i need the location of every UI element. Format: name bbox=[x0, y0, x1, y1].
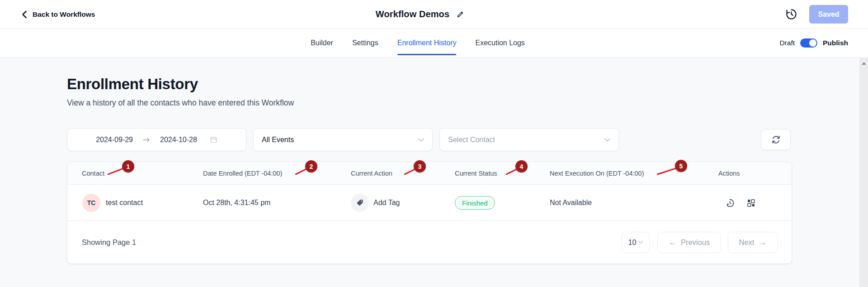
date-range-picker[interactable]: 2024-09-29 2024-10-28 bbox=[67, 128, 246, 151]
avatar: TC bbox=[82, 194, 100, 212]
page-size-value: 10 bbox=[628, 239, 637, 247]
chevron-down-icon bbox=[638, 241, 643, 244]
tab-bar: Builder Settings Enrollment History Exec… bbox=[0, 29, 868, 57]
row-history-icon bbox=[725, 198, 735, 208]
draft-label: Draft bbox=[779, 39, 795, 47]
contact-filter-select[interactable]: Select Contact bbox=[439, 128, 619, 151]
annotation-badge-1: 1 bbox=[122, 160, 134, 172]
showing-page-label: Showing Page 1 bbox=[82, 221, 136, 264]
publish-toggle[interactable] bbox=[800, 38, 817, 48]
scroll-up-arrow-icon[interactable] bbox=[862, 62, 866, 65]
publish-toggle-group: Draft Publish bbox=[779, 29, 848, 57]
annotation-badge-4: 4 bbox=[515, 160, 528, 172]
vertical-scrollbar[interactable] bbox=[859, 58, 868, 287]
back-chevron-icon bbox=[21, 10, 28, 19]
saved-button[interactable]: Saved bbox=[809, 5, 848, 24]
edit-pencil-icon bbox=[457, 10, 464, 18]
refresh-icon bbox=[770, 134, 782, 145]
annotation-badge-5: 5 bbox=[675, 160, 687, 172]
date-start-value[interactable]: 2024-09-29 bbox=[96, 136, 133, 144]
next-label: Next bbox=[739, 238, 755, 247]
tab-builder[interactable]: Builder bbox=[311, 29, 333, 57]
annotation-line-1 bbox=[107, 168, 123, 175]
column-header-current-status: Current Status bbox=[455, 162, 497, 185]
top-bar: Back to Workflows Workflow Demos Saved bbox=[0, 0, 868, 29]
previous-page-button[interactable]: ← Previous bbox=[657, 232, 721, 253]
tag-icon bbox=[356, 199, 364, 207]
annotation-line-2 bbox=[295, 168, 307, 175]
tab-enrollment-history[interactable]: Enrollment History bbox=[397, 29, 457, 57]
annotation-badge-2: 2 bbox=[305, 160, 317, 172]
tab-execution-logs[interactable]: Execution Logs bbox=[475, 29, 524, 57]
column-header-contact: Contact bbox=[82, 162, 104, 185]
row-workflow-button[interactable] bbox=[746, 185, 756, 221]
enrollment-table-card: Contact Date Enrolled (EDT -04:00) Curre… bbox=[67, 162, 792, 264]
current-status-cell: Finished bbox=[455, 185, 495, 221]
column-header-actions: Actions bbox=[718, 162, 740, 185]
workflow-title: Workflow Demos bbox=[376, 9, 449, 19]
contact-avatar: TC bbox=[82, 185, 100, 221]
tabs-group: Builder Settings Enrollment History Exec… bbox=[311, 29, 525, 57]
calendar-icon bbox=[210, 136, 217, 144]
next-execution-cell: Not Available bbox=[550, 185, 592, 221]
edit-title-button[interactable] bbox=[457, 10, 464, 18]
contact-name-cell[interactable]: test contact bbox=[106, 185, 143, 221]
annotation-badge-3: 3 bbox=[414, 160, 426, 172]
arrow-right-icon: → bbox=[759, 238, 766, 247]
chevron-down-icon bbox=[604, 138, 610, 142]
previous-label: Previous bbox=[681, 238, 710, 247]
page-title: Enrollment History bbox=[67, 76, 198, 93]
annotation-line-5 bbox=[657, 167, 677, 175]
chevron-down-icon bbox=[418, 138, 424, 142]
date-enrolled-cell: Oct 28th, 4:31:45 pm bbox=[203, 185, 270, 221]
arrow-right-icon bbox=[143, 137, 150, 143]
status-badge: Finished bbox=[455, 196, 495, 210]
table-header-row: Contact Date Enrolled (EDT -04:00) Curre… bbox=[67, 162, 792, 185]
toggle-knob bbox=[809, 39, 816, 47]
column-header-next-execution: Next Execution On (EDT -04:00) bbox=[550, 162, 644, 185]
arrow-left-icon: ← bbox=[669, 238, 676, 247]
contact-filter-placeholder: Select Contact bbox=[448, 136, 495, 144]
table-row: TC test contact Oct 28th, 4:31:45 pm Add… bbox=[67, 185, 792, 221]
history-clock-icon bbox=[785, 8, 797, 20]
row-history-button[interactable] bbox=[725, 185, 735, 221]
next-page-button[interactable]: Next → bbox=[728, 232, 778, 253]
content-area: Enrollment History View a history of all… bbox=[0, 57, 868, 287]
page-size-select[interactable]: 10 bbox=[622, 232, 650, 253]
current-action-label: Add Tag bbox=[373, 199, 400, 207]
event-filter-select[interactable]: All Events bbox=[253, 128, 433, 151]
workflow-title-group: Workflow Demos bbox=[376, 0, 464, 29]
event-filter-value: All Events bbox=[262, 136, 294, 144]
version-history-button[interactable] bbox=[785, 8, 797, 20]
date-end-value[interactable]: 2024-10-28 bbox=[160, 136, 197, 144]
table-footer: Showing Page 1 10 ← Previous Next → bbox=[67, 221, 792, 264]
tab-settings[interactable]: Settings bbox=[352, 29, 378, 57]
page-subtitle: View a history of all the contacts who h… bbox=[67, 98, 294, 108]
column-header-date-enrolled: Date Enrolled (EDT -04:00) bbox=[203, 162, 282, 185]
back-label: Back to Workflows bbox=[33, 10, 95, 19]
publish-label: Publish bbox=[823, 39, 848, 47]
current-action-cell: Add Tag bbox=[351, 185, 400, 221]
back-to-workflows-button[interactable]: Back to Workflows bbox=[21, 0, 95, 29]
tag-icon-circle bbox=[351, 194, 369, 212]
workflow-flow-icon bbox=[746, 198, 756, 208]
column-header-current-action: Current Action bbox=[351, 162, 392, 185]
refresh-button[interactable] bbox=[761, 129, 791, 150]
